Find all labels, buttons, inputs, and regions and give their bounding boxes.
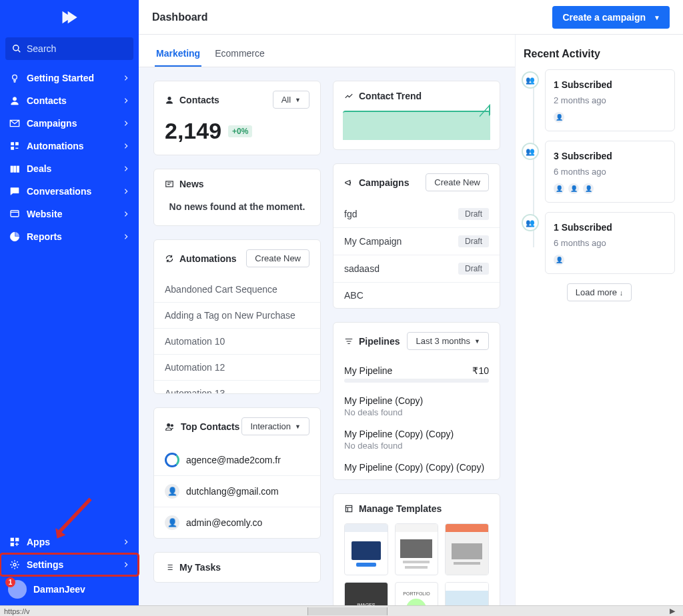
svg-rect-10 bbox=[11, 538, 14, 541]
svg-rect-5 bbox=[11, 147, 14, 149]
user-icon bbox=[165, 95, 174, 105]
activity-panel: Recent Activity 👥 1 Subscribed 2 months … bbox=[515, 35, 683, 605]
list-item[interactable]: My Pipeline₹10 bbox=[333, 359, 500, 383]
list-item[interactable]: Automation 13 bbox=[154, 380, 320, 393]
browser-status-bar: https://v ▶ bbox=[0, 605, 683, 616]
news-empty: No news found at the moment. bbox=[154, 199, 320, 225]
mail-icon bbox=[9, 118, 24, 129]
contacts-count: 2,149 bbox=[165, 118, 221, 144]
list-item[interactable]: My Pipeline (Copy) (Copy) No deals found bbox=[333, 423, 500, 456]
avatar: 1 bbox=[8, 580, 27, 599]
avatar: 👤 bbox=[165, 484, 179, 499]
list-item[interactable]: Adding a Tag on New Purchase bbox=[154, 302, 320, 328]
card-title: Automations bbox=[179, 253, 237, 264]
automations-card: Automations Create New Abandoned Cart Se… bbox=[153, 239, 321, 394]
search-input[interactable] bbox=[27, 43, 143, 54]
svg-rect-11 bbox=[15, 538, 19, 541]
list-icon bbox=[165, 563, 174, 572]
svg-rect-8 bbox=[17, 166, 19, 172]
horizontal-scrollbar[interactable] bbox=[307, 607, 388, 615]
sidebar-item-getting-started[interactable]: Getting Started bbox=[0, 67, 139, 89]
sidebar-item-label: Apps bbox=[27, 537, 123, 547]
sidebar-item-settings[interactable]: Settings bbox=[0, 553, 139, 576]
chevron-right-icon bbox=[123, 75, 129, 81]
template-thumbnail[interactable] bbox=[395, 523, 439, 575]
sidebar-item-automations[interactable]: Automations bbox=[0, 135, 139, 157]
svg-rect-9 bbox=[11, 211, 19, 217]
automations-list[interactable]: Abandoned Cart Sequence Adding a Tag on … bbox=[154, 277, 320, 393]
svg-rect-12 bbox=[11, 543, 14, 546]
list-item[interactable]: My Pipeline (Copy) No deals found bbox=[333, 389, 500, 423]
sidebar-item-contacts[interactable]: Contacts bbox=[0, 89, 139, 112]
center-content: Marketing Ecommerce Contacts All ▼ bbox=[139, 35, 515, 605]
list-item[interactable]: agence@made2com.fr bbox=[154, 445, 320, 475]
search-bar[interactable] bbox=[5, 37, 133, 60]
list-item[interactable]: 👤 dutchlang@gmail.com bbox=[154, 475, 320, 507]
list-item[interactable]: My CampaignDraft bbox=[333, 227, 500, 255]
list-item[interactable]: Abandoned Cart Sequence bbox=[154, 277, 320, 302]
svg-rect-6 bbox=[11, 166, 13, 172]
users-icon: 👥 bbox=[522, 143, 539, 160]
sidebar-item-reports[interactable]: Reports bbox=[0, 225, 139, 248]
user-icon bbox=[9, 95, 24, 106]
template-thumbnail[interactable] bbox=[445, 582, 489, 605]
sidebar-item-label: Contacts bbox=[27, 95, 123, 106]
search-icon bbox=[12, 44, 21, 53]
chevron-right-icon bbox=[123, 120, 129, 127]
list-item[interactable]: sadaasdDraft bbox=[333, 255, 500, 282]
megaphone-icon bbox=[344, 178, 354, 187]
automations-create-button[interactable]: Create New bbox=[246, 249, 309, 267]
svg-point-14 bbox=[168, 97, 171, 100]
template-thumbnail[interactable] bbox=[344, 523, 388, 575]
tab-marketing[interactable]: Marketing bbox=[155, 41, 201, 67]
card-title: Manage Templates bbox=[359, 503, 442, 514]
contacts-filter-button[interactable]: All ▼ bbox=[273, 91, 309, 109]
sidebar-item-label: Reports bbox=[27, 231, 123, 242]
card-title: Top Contacts bbox=[181, 421, 239, 432]
sidebar-item-deals[interactable]: Deals bbox=[0, 157, 139, 180]
tab-ecommerce[interactable]: Ecommerce bbox=[213, 41, 266, 67]
sidebar-item-website[interactable]: Website bbox=[0, 203, 139, 225]
sidebar-item-apps[interactable]: Apps bbox=[0, 531, 139, 553]
svg-rect-3 bbox=[11, 143, 14, 145]
campaigns-create-button[interactable]: Create New bbox=[426, 173, 489, 191]
chevron-right-icon bbox=[123, 211, 129, 217]
sidebar-item-label: Automations bbox=[27, 141, 123, 151]
sidebar-item-conversations[interactable]: Conversations bbox=[0, 180, 139, 203]
nav-main: Getting Started Contacts Campaigns Autom… bbox=[0, 67, 139, 605]
users-icon: 👥 bbox=[522, 71, 539, 89]
load-more-button[interactable]: Load more ↓ bbox=[567, 283, 632, 301]
top-contacts-filter-button[interactable]: Interaction ▼ bbox=[241, 417, 309, 435]
svg-point-13 bbox=[13, 563, 16, 566]
pipelines-filter-button[interactable]: Last 3 months ▼ bbox=[407, 332, 489, 350]
logo[interactable] bbox=[0, 0, 139, 35]
list-item[interactable]: Automation 12 bbox=[154, 354, 320, 380]
list-item[interactable]: My Pipeline (Copy) (Copy) (Copy) bbox=[333, 456, 500, 473]
chevron-right-icon bbox=[123, 97, 129, 104]
sidebar-user-row[interactable]: 1 DamanJeev bbox=[0, 576, 139, 603]
list-item[interactable]: fgdDraft bbox=[333, 201, 500, 227]
list-item[interactable]: ABC bbox=[333, 282, 500, 308]
sidebar-item-campaigns[interactable]: Campaigns bbox=[0, 112, 139, 135]
avatar: 👤 bbox=[583, 183, 594, 194]
apps-icon bbox=[9, 537, 24, 547]
sidebar-item-label: Conversations bbox=[27, 186, 123, 197]
template-thumbnail[interactable]: IMAGES bbox=[344, 582, 388, 605]
progress-bar bbox=[344, 379, 489, 383]
avatar: 👤 bbox=[165, 515, 179, 530]
chart-icon bbox=[9, 231, 24, 242]
pipeline-icon bbox=[344, 337, 354, 346]
create-campaign-button[interactable]: Create a campaign bbox=[552, 6, 670, 29]
activity-item[interactable]: 👥 3 Subscribed 6 months ago 👤👤👤 bbox=[545, 141, 675, 203]
activity-item[interactable]: 👥 1 Subscribed 2 months ago 👤 bbox=[545, 69, 675, 131]
status-url: https://v bbox=[4, 607, 30, 615]
svg-rect-7 bbox=[14, 166, 16, 172]
list-item[interactable]: Automation 10 bbox=[154, 328, 320, 354]
template-thumbnail[interactable]: PORTFOLIO bbox=[395, 582, 439, 605]
activity-item[interactable]: 👥 1 Subscribed 6 months ago 👤 bbox=[545, 212, 675, 274]
template-thumbnail[interactable] bbox=[445, 523, 489, 575]
avatar: 👤 bbox=[568, 183, 579, 194]
list-item[interactable]: 👤 admin@ecomly.co bbox=[154, 507, 320, 538]
users-icon bbox=[165, 422, 175, 431]
chat-icon bbox=[9, 186, 24, 197]
